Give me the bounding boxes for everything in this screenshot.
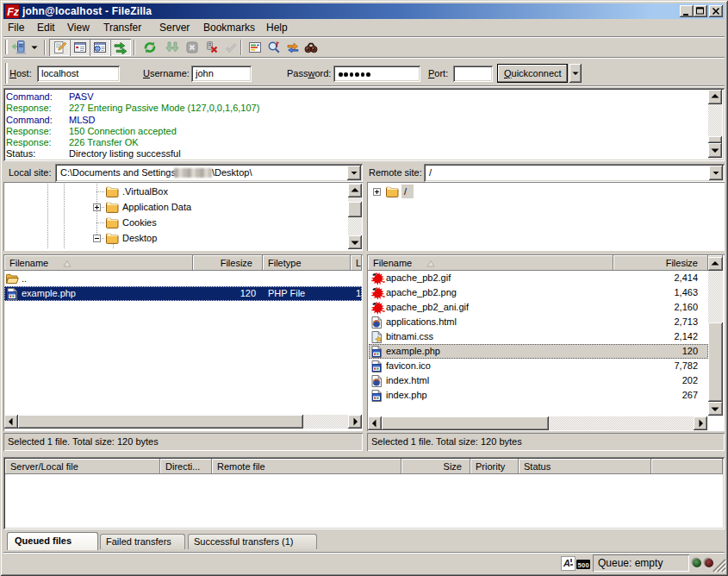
svg-text:Fz: Fz xyxy=(7,6,19,18)
